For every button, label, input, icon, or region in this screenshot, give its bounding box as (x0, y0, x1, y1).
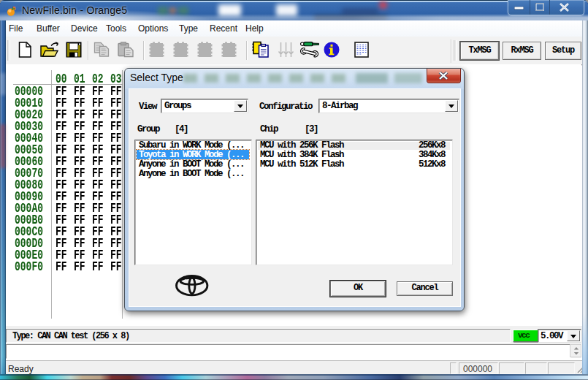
svg-text:5: 5 (12, 6, 15, 12)
